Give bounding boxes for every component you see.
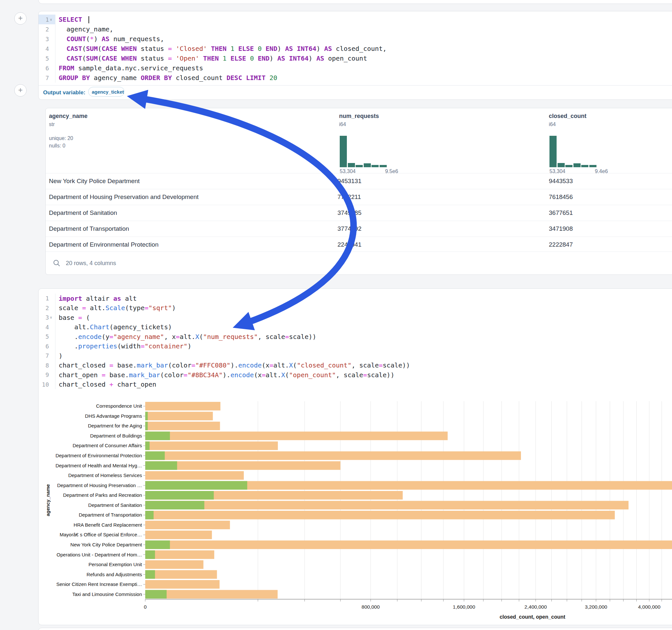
code-line[interactable]: 2scale = alt.Scale(type="sqrt") bbox=[39, 303, 672, 313]
column-header-closed-count[interactable]: closed_count i64 bbox=[549, 113, 586, 127]
bar-closed-count bbox=[145, 402, 220, 411]
output-variable-input[interactable]: agency_tickets bbox=[88, 87, 124, 97]
y-axis-label: Department of Housing Preservation … bbox=[57, 483, 142, 488]
code-line[interactable]: 1import altair as alt bbox=[39, 294, 672, 303]
code-line[interactable]: 5 .encode(y="agency_name", x=alt.X("num_… bbox=[39, 332, 672, 342]
bar-open-count bbox=[145, 511, 154, 519]
line-number: 4 bbox=[39, 322, 55, 332]
bar-open-count bbox=[145, 481, 247, 490]
y-axis-label: Department of Consumer Affairs bbox=[73, 443, 142, 448]
y-axis-label: DHS Advantage Programs bbox=[85, 413, 142, 419]
code-line[interactable]: 4 alt.Chart(agency_tickets) bbox=[39, 322, 672, 332]
output-variable-label: Output variable: bbox=[43, 90, 85, 96]
histogram-bar bbox=[364, 163, 371, 167]
code-line[interactable]: 5 CAST(SUM(CASE WHEN status = 'Open' THE… bbox=[39, 53, 672, 63]
bar-open-count bbox=[145, 550, 155, 559]
code-text: base = ( bbox=[55, 314, 90, 321]
collapse-chevron-icon[interactable]: ∨ bbox=[50, 18, 53, 22]
code-line[interactable]: 3∨base = ( bbox=[39, 313, 672, 322]
histogram-num-requests: 53,304 9.5e6 bbox=[340, 136, 401, 167]
code-line[interactable]: 10chart_closed + chart_open bbox=[39, 380, 672, 390]
bar-closed-count bbox=[145, 421, 220, 430]
sql-code-editor[interactable]: 1∨SELECT 2 agency_name,3 COUNT(*) AS num… bbox=[39, 15, 672, 83]
bar-open-count bbox=[145, 590, 167, 599]
code-line[interactable]: 2 agency_name, bbox=[39, 24, 672, 34]
line-number: 6 bbox=[39, 63, 55, 73]
code-line[interactable]: 4 CAST(SUM(CASE WHEN status = 'Closed' T… bbox=[39, 44, 672, 53]
code-line[interactable]: 8chart_closed = base.mark_bar(color="#FF… bbox=[39, 361, 672, 370]
code-line[interactable]: 1∨SELECT bbox=[39, 15, 672, 24]
row-column-count: 20 rows, 4 columns bbox=[66, 260, 116, 267]
code-line[interactable]: 6 .properties(width="container") bbox=[39, 342, 672, 351]
x-axis-label: 4,000,000 bbox=[638, 604, 660, 610]
code-text: .encode(y="agency_name", x=alt.X("num_re… bbox=[55, 333, 316, 341]
x-axis-label: 3,200,000 bbox=[585, 604, 607, 610]
code-text: scale = alt.Scale(type="sqrt") bbox=[55, 304, 176, 312]
bar-closed-count bbox=[145, 580, 219, 589]
table-row: Department of Housing Preservation and D… bbox=[46, 189, 672, 205]
histogram-bar bbox=[565, 165, 573, 167]
python-code-editor[interactable]: 1import altair as alt2scale = alt.Scale(… bbox=[39, 294, 672, 389]
line-number: 2 bbox=[39, 303, 55, 313]
code-text: COUNT(*) AS num_requests, bbox=[55, 35, 164, 43]
column-header-num-requests[interactable]: num_requests i64 bbox=[339, 113, 379, 127]
y-axis-label: Department of Environmental Protection bbox=[55, 453, 142, 458]
line-number: 7 bbox=[39, 351, 55, 361]
y-axis-label: Taxi and Limousine Commission bbox=[72, 591, 142, 597]
table-cell: 2222847 bbox=[549, 241, 672, 248]
code-text: CAST(SUM(CASE WHEN status = 'Open' THEN … bbox=[55, 54, 367, 62]
code-line[interactable]: 3 COUNT(*) AS num_requests, bbox=[39, 34, 672, 44]
search-icon[interactable] bbox=[53, 259, 61, 267]
line-number: 3∨ bbox=[39, 313, 55, 322]
y-axis-label: Refunds and Adjustments bbox=[87, 572, 142, 577]
add-cell-button-middle[interactable]: + bbox=[14, 84, 27, 97]
table-cell: Department of Transportation bbox=[49, 225, 337, 232]
bar-open-count bbox=[145, 540, 170, 549]
x-axis-label: 0 bbox=[144, 604, 147, 610]
column-header-agency-name[interactable]: agency_name str unique: 20 nulls: 0 bbox=[49, 113, 88, 149]
code-line[interactable]: 7GROUP BY agency_name ORDER BY closed_co… bbox=[39, 73, 672, 83]
line-number: 9 bbox=[39, 370, 55, 380]
add-cell-button-top[interactable]: + bbox=[14, 12, 27, 25]
collapse-chevron-icon[interactable]: ∨ bbox=[50, 315, 53, 319]
y-axis-label: Correspondence Unit bbox=[96, 403, 142, 409]
bar-closed-count bbox=[145, 471, 244, 480]
line-number: 1 bbox=[39, 294, 55, 303]
line-number: 10 bbox=[39, 380, 55, 390]
line-number: 4 bbox=[39, 44, 55, 53]
table-cell: 3774892 bbox=[337, 225, 549, 232]
bar-open-count bbox=[145, 461, 177, 470]
next-cell-edge bbox=[38, 628, 672, 630]
code-line[interactable]: 7) bbox=[39, 351, 672, 361]
code-text: chart_open = base.mark_bar(color="#8BC34… bbox=[55, 371, 394, 379]
histogram-bar bbox=[356, 165, 363, 167]
bar-closed-count bbox=[145, 540, 672, 549]
code-text: .properties(width="container") bbox=[55, 342, 191, 350]
y-axis-label: Department of Parks and Recreation bbox=[63, 492, 142, 498]
notebook-canvas: { "colors":{"accent_blue":"#1e6fa3","arr… bbox=[0, 0, 672, 630]
code-text: GROUP BY agency_name ORDER BY closed_cou… bbox=[55, 74, 277, 82]
y-axis-label: Department of Sanitation bbox=[88, 502, 142, 508]
x-axis-title: closed_count, open_count bbox=[500, 614, 565, 620]
code-line[interactable]: 6FROM sample_data.nyc.service_requests bbox=[39, 63, 672, 73]
line-number: 1∨ bbox=[39, 15, 55, 24]
y-axis-label: Personal Exemption Unit bbox=[89, 562, 142, 567]
sql-cell[interactable]: 1∨SELECT 2 agency_name,3 COUNT(*) AS num… bbox=[38, 11, 672, 100]
code-line[interactable]: 9chart_open = base.mark_bar(color="#8BC3… bbox=[39, 370, 672, 380]
bar-open-count bbox=[145, 432, 170, 440]
histogram-bar bbox=[371, 165, 379, 167]
line-number: 2 bbox=[39, 24, 55, 34]
histogram-bar bbox=[573, 163, 581, 167]
bar-closed-count bbox=[145, 511, 615, 519]
x-axis-label: 2,400,000 bbox=[525, 604, 547, 610]
table-row: Department of Transportation377489234719… bbox=[46, 221, 672, 237]
bar-closed-count bbox=[145, 550, 214, 559]
histogram-bar bbox=[380, 165, 387, 167]
table-cell: Department of Environmental Protection bbox=[49, 241, 337, 248]
table-cell: New York City Police Department bbox=[49, 177, 337, 185]
previous-cell-edge bbox=[38, 0, 672, 4]
python-cell[interactable]: 1import altair as alt2scale = alt.Scale(… bbox=[38, 288, 672, 625]
bar-open-count bbox=[145, 421, 148, 430]
table-row: Department of Environmental Protection22… bbox=[46, 237, 672, 252]
bar-open-count bbox=[145, 452, 165, 460]
